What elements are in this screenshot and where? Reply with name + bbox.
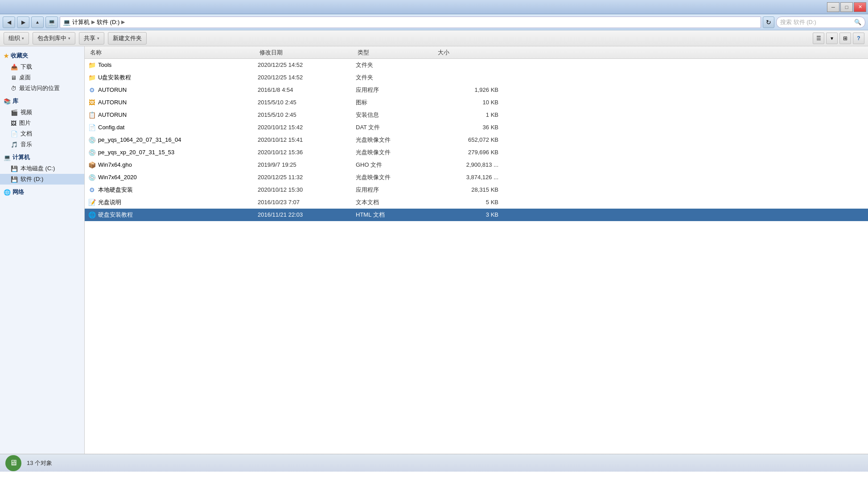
file-name-cell: 📁 Tools xyxy=(88,62,258,69)
table-row[interactable]: 📁 U盘安装教程 2020/12/25 14:52 文件夹 xyxy=(85,71,868,84)
sidebar-item-music[interactable]: 🎵 音乐 xyxy=(0,139,84,150)
table-row[interactable]: 📄 Config.dat 2020/10/12 15:42 DAT 文件 36 … xyxy=(85,121,868,134)
table-row[interactable]: 💿 Win7x64_2020 2020/12/25 11:32 光盘映像文件 3… xyxy=(85,171,868,184)
sidebar-item-recent[interactable]: ⏱ 最近访问的位置 xyxy=(0,83,84,94)
main-layout: ★ 收藏夹 📥 下载 🖥 桌面 ⏱ 最近访问的位置 📚 库 🎬 xyxy=(0,46,868,454)
maximize-button[interactable]: □ xyxy=(840,2,853,12)
file-type-cell: 光盘映像文件 xyxy=(356,136,436,144)
window-controls: ─ □ ✕ xyxy=(827,2,866,12)
sidebar-item-drive-c[interactable]: 💾 本地磁盘 (C:) xyxy=(0,163,84,174)
empty-area[interactable] xyxy=(85,256,868,454)
computer-icon: 💻 xyxy=(4,154,11,161)
table-row[interactable]: 📋 AUTORUN 2015/5/10 2:45 安装信息 1 KB xyxy=(85,109,868,121)
breadcrumb-computer[interactable]: 计算机 xyxy=(72,18,90,26)
col-header-size[interactable]: 大小 xyxy=(436,49,507,57)
breadcrumb-sep1: ▶ xyxy=(91,19,95,25)
search-icon[interactable]: 🔍 xyxy=(854,19,861,25)
file-size-cell: 3,874,126 ... xyxy=(436,174,507,181)
col-header-type[interactable]: 类型 xyxy=(356,49,436,57)
file-name-cell: 💿 pe_yqs_1064_20_07_31_16_04 xyxy=(88,136,258,144)
preview-pane-button[interactable]: ⊞ xyxy=(839,33,851,44)
share-dropdown-icon: ▾ xyxy=(97,36,99,41)
file-name-text: AUTORUN xyxy=(98,111,127,118)
close-button[interactable]: ✕ xyxy=(854,2,866,12)
breadcrumb[interactable]: 💻 计算机 ▶ 软件 (D:) ▶ xyxy=(60,16,761,28)
file-list: 📁 Tools 2020/12/25 14:52 文件夹 📁 U盘安装教程 20… xyxy=(85,59,868,256)
file-name-text: Win7x64_2020 xyxy=(98,174,137,181)
sidebar-item-document[interactable]: 📄 文档 xyxy=(0,128,84,139)
file-size-cell: 2,900,813 ... xyxy=(436,161,507,168)
sidebar-header-favorites[interactable]: ★ 收藏夹 xyxy=(0,50,84,62)
table-row[interactable]: 📝 光盘说明 2016/10/23 7:07 文本文档 5 KB xyxy=(85,196,868,209)
document-label: 文档 xyxy=(21,130,32,138)
file-type-cell: 光盘映像文件 xyxy=(356,148,436,156)
sidebar-header-computer[interactable]: 💻 计算机 xyxy=(0,152,84,163)
help-button[interactable]: ? xyxy=(853,33,864,44)
share-button[interactable]: 共享 ▾ xyxy=(79,32,104,45)
up-button[interactable]: ▲ xyxy=(31,16,44,28)
toolbar-right: ☰ ▾ ⊞ ? xyxy=(813,33,864,44)
file-icon: 📁 xyxy=(88,74,95,81)
forward-button[interactable]: ▶ xyxy=(17,16,29,28)
file-type-cell: 安装信息 xyxy=(356,111,436,119)
organize-button[interactable]: 组织 ▾ xyxy=(4,32,29,45)
file-icon: 📝 xyxy=(88,199,95,206)
view-dropdown-button[interactable]: ▾ xyxy=(826,33,838,44)
include-library-button[interactable]: 包含到库中 ▾ xyxy=(33,32,75,45)
library-icon: 📚 xyxy=(4,98,11,105)
sidebar-item-downloads[interactable]: 📥 下载 xyxy=(0,62,84,72)
col-header-name[interactable]: 名称 xyxy=(88,49,258,57)
sidebar-item-video[interactable]: 🎬 视频 xyxy=(0,107,84,118)
video-icon: 🎬 xyxy=(11,109,18,116)
file-name-text: pe_yqs_1064_20_07_31_16_04 xyxy=(98,136,181,143)
file-icon: 💿 xyxy=(88,136,95,144)
recent-locations-button[interactable]: 💻 xyxy=(45,16,58,28)
table-row[interactable]: 🖼 AUTORUN 2015/5/10 2:45 图标 10 KB xyxy=(85,96,868,109)
new-folder-button[interactable]: 新建文件夹 xyxy=(108,32,147,45)
table-row[interactable]: 📁 Tools 2020/12/25 14:52 文件夹 xyxy=(85,59,868,71)
computer-label: 计算机 xyxy=(12,153,30,161)
search-placeholder-text: 搜索 软件 (D:) xyxy=(780,18,816,26)
file-name-cell: ⚙ 本地硬盘安装 xyxy=(88,186,258,194)
video-label: 视频 xyxy=(21,108,32,116)
table-row[interactable]: 💿 pe_yqs_xp_20_07_31_15_53 2020/10/12 15… xyxy=(85,146,868,159)
file-type-cell: HTML 文档 xyxy=(356,211,436,219)
sidebar-header-library[interactable]: 📚 库 xyxy=(0,95,84,107)
recent-label: 最近访问的位置 xyxy=(19,84,60,92)
file-size-cell: 28,315 KB xyxy=(436,186,507,193)
network-label: 网络 xyxy=(12,188,24,196)
file-date-cell: 2019/9/7 19:25 xyxy=(258,161,356,168)
breadcrumb-sep2: ▶ xyxy=(121,19,125,25)
include-library-label: 包含到库中 xyxy=(37,34,66,42)
file-name-text: pe_yqs_xp_20_07_31_15_53 xyxy=(98,149,174,156)
table-row[interactable]: 💿 pe_yqs_1064_20_07_31_16_04 2020/10/12 … xyxy=(85,134,868,146)
search-bar: 搜索 软件 (D:) 🔍 xyxy=(776,16,865,28)
file-name-text: 本地硬盘安装 xyxy=(98,186,133,194)
file-type-cell: 应用程序 xyxy=(356,86,436,94)
sidebar-item-desktop[interactable]: 🖥 桌面 xyxy=(0,72,84,83)
table-row[interactable]: ⚙ 本地硬盘安装 2020/10/12 15:30 应用程序 28,315 KB xyxy=(85,184,868,196)
file-size-cell: 279,696 KB xyxy=(436,149,507,156)
back-button[interactable]: ◀ xyxy=(3,16,15,28)
table-row[interactable]: ⚙ AUTORUN 2016/1/8 4:54 应用程序 1,926 KB xyxy=(85,84,868,96)
sidebar-item-drive-d[interactable]: 💾 软件 (D:) xyxy=(0,174,84,185)
sidebar-header-network[interactable]: 🌐 网络 xyxy=(0,186,84,198)
sidebar-item-picture[interactable]: 🖼 图片 xyxy=(0,118,84,128)
include-dropdown-icon: ▾ xyxy=(68,36,70,41)
file-date-cell: 2015/5/10 2:45 xyxy=(258,111,356,118)
view-toggle-button[interactable]: ☰ xyxy=(813,33,824,44)
organize-dropdown-icon: ▾ xyxy=(22,36,24,41)
table-row[interactable]: 📦 Win7x64.gho 2019/9/7 19:25 GHO 文件 2,90… xyxy=(85,159,868,171)
file-name-cell: ⚙ AUTORUN xyxy=(88,86,258,94)
file-name-cell: 📝 光盘说明 xyxy=(88,198,258,206)
file-name-cell: 🖼 AUTORUN xyxy=(88,99,258,106)
breadcrumb-drive[interactable]: 软件 (D:) xyxy=(97,18,119,26)
minimize-button[interactable]: ─ xyxy=(827,2,839,12)
sidebar-section-computer: 💻 计算机 💾 本地磁盘 (C:) 💾 软件 (D:) xyxy=(0,152,84,185)
file-date-cell: 2020/10/12 15:36 xyxy=(258,149,356,156)
file-icon: 📁 xyxy=(88,62,95,69)
col-header-date[interactable]: 修改日期 xyxy=(258,49,356,57)
table-row[interactable]: 🌐 硬盘安装教程 2016/11/21 22:03 HTML 文档 3 KB xyxy=(85,209,868,221)
refresh-button[interactable]: ↻ xyxy=(763,16,774,28)
file-type-cell: 文件夹 xyxy=(356,74,436,82)
